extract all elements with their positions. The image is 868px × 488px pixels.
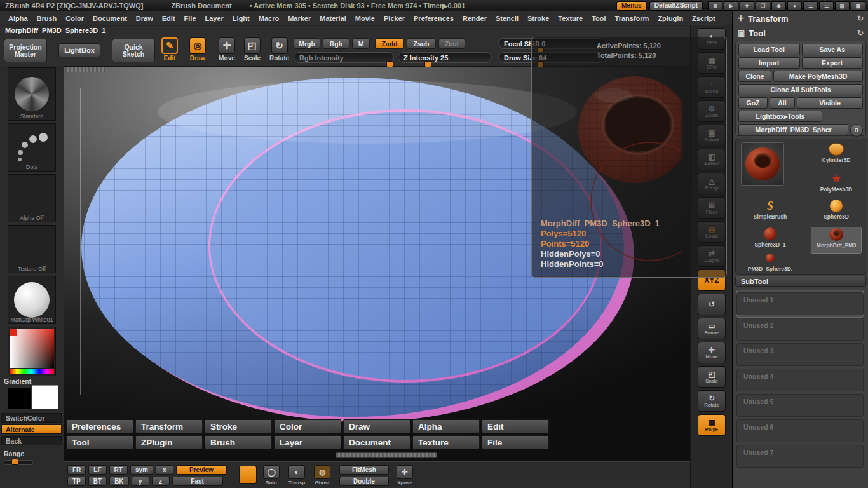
z-intensity-handle[interactable] <box>424 61 431 67</box>
tool-item-pm3d-sphere3d[interactable]: PM3D_Sphere3D. <box>745 251 796 278</box>
z-intensity-slider[interactable]: Z Intensity 25 <box>398 52 492 63</box>
lightbox-tools-button[interactable]: Lightbox▸Tools <box>738 111 822 122</box>
view-button[interactable]: Preview <box>176 465 227 475</box>
switch-color-button[interactable]: SwitchColor <box>1 413 62 423</box>
subtool-item-unused[interactable]: Unused 7 <box>736 445 864 468</box>
titlebar-icon[interactable]: ❐ <box>756 1 770 11</box>
default-zscript-button[interactable]: DefaultZScript <box>649 1 703 11</box>
view-button[interactable]: y <box>132 477 149 486</box>
tool-item-simplebrush[interactable]: S SimpleBrush <box>745 199 796 226</box>
tool-item-sphere3d[interactable]: Sphere3D <box>811 199 862 226</box>
tool-item-polymesh3d[interactable]: ★ PolyMesh3D <box>811 172 862 198</box>
mrgb-button[interactable]: Mrgb <box>294 38 320 49</box>
quick-menu-button[interactable]: File <box>482 435 549 449</box>
right-shelf-button[interactable]: ↻ Rotate <box>698 390 726 412</box>
menu-item[interactable]: Brush <box>32 15 62 22</box>
menu-item[interactable]: Material <box>315 15 351 22</box>
view-button[interactable]: x <box>156 465 173 475</box>
subtool-item-unused[interactable]: Unused 5 <box>736 394 864 417</box>
menu-item[interactable]: Tool <box>587 15 610 22</box>
tool-item-cylinder3d[interactable]: Cylinder3D <box>811 142 862 169</box>
menu-item[interactable]: Marker <box>283 15 315 22</box>
texture-picker[interactable]: Texture Off <box>8 225 56 273</box>
canvas-hscrollbar-left[interactable] <box>65 67 105 72</box>
stroke-picker[interactable]: Dots <box>8 123 56 172</box>
view-button[interactable]: sym <box>130 465 153 475</box>
menu-item[interactable]: Stroke <box>523 15 553 22</box>
menus-button[interactable]: Menus <box>616 1 647 11</box>
material-picker[interactable]: MatCap White01 <box>8 276 56 324</box>
reset-icon[interactable]: ↻ <box>857 14 864 23</box>
m-button[interactable]: M <box>352 38 370 49</box>
range-handle[interactable] <box>11 459 18 465</box>
view-button[interactable]: LF <box>88 465 106 475</box>
projection-master-button[interactable]: Projection Master <box>4 39 47 62</box>
ghost-toggle[interactable]: ◍ Ghost <box>314 465 330 485</box>
alpha-picker[interactable]: Alpha Off <box>8 174 56 222</box>
alternate-button[interactable]: Alternate <box>1 424 62 434</box>
quick-menu-button[interactable]: Transform <box>135 419 203 433</box>
tool-palette-header[interactable]: ▣ Tool ↻ <box>733 26 868 40</box>
active-tool-thumbnail[interactable] <box>741 142 784 186</box>
right-shelf-button[interactable]: ↺ <box>698 294 726 315</box>
current-tool-button[interactable]: MorphDiff_PM3D_Spher <box>738 124 848 135</box>
titlebar-icon[interactable]: ≣ <box>708 1 722 11</box>
tool-item-morphdiff[interactable]: MorphDiff_PM3 <box>811 227 862 254</box>
hue-strip[interactable] <box>10 369 54 374</box>
subtool-item-unused[interactable]: Unused 6 <box>736 419 864 442</box>
rgb-button[interactable]: Rgb <box>323 38 349 49</box>
rotate-mode-toggle[interactable]: ↻ Rotate <box>269 37 289 62</box>
save-as-button[interactable]: Save As <box>802 44 864 55</box>
titlebar-icon[interactable]: ● <box>787 1 802 11</box>
quick-menu-button[interactable]: Stroke <box>205 419 272 433</box>
view-button[interactable]: RT <box>109 465 128 475</box>
goz-visible-button[interactable]: Visible <box>797 97 863 109</box>
main-color-swatch[interactable] <box>8 388 32 409</box>
subtool-item-unused[interactable]: Unused 3 <box>736 343 864 366</box>
rgb-intensity-handle[interactable] <box>386 61 393 67</box>
right-shelf-button[interactable]: ▭ Frame <box>698 318 726 339</box>
transform-palette-header[interactable]: ✛ Transform ↻ <box>733 11 868 25</box>
clone-button[interactable]: Clone <box>738 71 771 82</box>
clone-all-subtools-button[interactable]: Clone All SubTools <box>738 84 863 95</box>
titlebar-icon[interactable]: ▶ <box>724 1 738 11</box>
titlebar-icon[interactable]: ◆ <box>771 1 786 11</box>
zadd-button[interactable]: Zadd <box>375 38 404 49</box>
menu-item[interactable]: Zplugin <box>653 15 688 22</box>
load-tool-button[interactable]: Load Tool <box>738 44 800 55</box>
zcut-button[interactable]: Zcut <box>438 38 465 49</box>
quick-menu-button[interactable]: Edit <box>482 419 549 433</box>
menu-item[interactable]: Color <box>61 15 88 22</box>
menu-item[interactable]: Texture <box>553 15 587 22</box>
titlebar-icon[interactable]: ✚ <box>740 1 754 11</box>
quick-menu-button[interactable]: Texture <box>412 435 480 449</box>
solo-toggle[interactable]: ◯ Solo <box>263 465 280 485</box>
titlebar-icon[interactable]: ▦ <box>851 1 865 11</box>
quick-menu-button[interactable]: Color <box>274 419 341 433</box>
fitmesh-button[interactable]: FitMesh <box>339 465 389 475</box>
reset-icon[interactable]: ↻ <box>857 29 864 37</box>
menu-item[interactable]: Light <box>228 15 254 22</box>
make-polymesh3d-button[interactable]: Make PolyMesh3D <box>773 71 863 82</box>
polyframe-toggle[interactable] <box>239 466 257 484</box>
menu-item[interactable]: Alpha <box>4 15 32 22</box>
edit-mode-toggle[interactable]: ✎ Edit <box>161 37 178 62</box>
menu-item[interactable]: File <box>180 15 201 22</box>
menu-item[interactable]: Macro <box>254 15 283 22</box>
menu-item[interactable]: Layer <box>201 15 228 22</box>
draw-mode-toggle[interactable]: ◎ Draw <box>189 37 206 62</box>
titlebar-icon[interactable]: ▤ <box>835 1 850 11</box>
view-button[interactable]: z <box>152 477 170 486</box>
import-button[interactable]: Import <box>738 57 800 69</box>
move-mode-toggle[interactable]: ✛ Move <box>219 37 235 62</box>
restore-badge[interactable]: R <box>850 124 863 137</box>
back-button[interactable]: Back <box>1 436 62 445</box>
color-picker[interactable] <box>8 327 56 376</box>
transp-toggle[interactable]: ◐ Transp <box>288 465 305 485</box>
canvas-hscrollbar-center[interactable] <box>336 452 437 458</box>
brush-picker[interactable]: Standard <box>8 67 56 121</box>
quick-menu-button[interactable]: Layer <box>274 435 341 449</box>
subtool-item-unused[interactable]: Unused 2 <box>736 318 864 341</box>
quick-menu-button[interactable]: Alpha <box>412 419 480 433</box>
menu-item[interactable]: Draw <box>132 15 158 22</box>
